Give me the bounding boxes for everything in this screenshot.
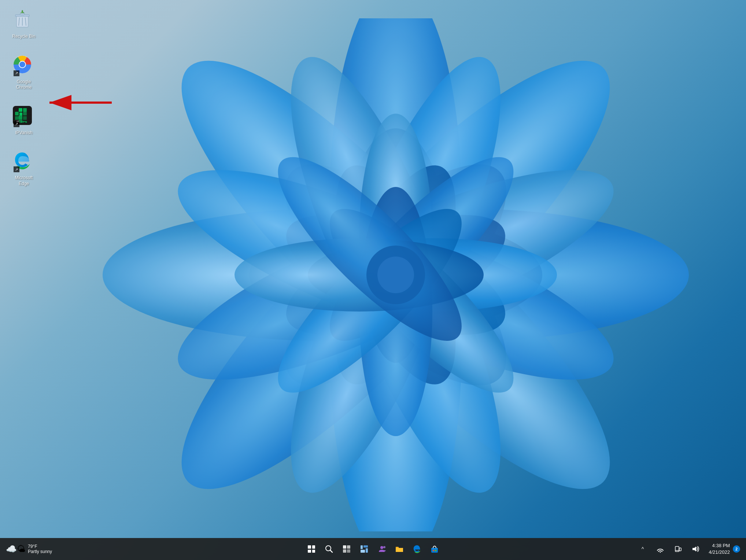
shortcut-arrow-ipvanish — [14, 121, 19, 127]
svg-point-5 — [142, 125, 546, 529]
chevron-up-icon: ^ — [642, 546, 644, 552]
network-icon — [657, 545, 664, 553]
svg-rect-60 — [347, 545, 350, 549]
file-explorer-button[interactable] — [392, 542, 407, 556]
file-explorer-icon — [395, 545, 404, 553]
svg-rect-63 — [361, 545, 363, 549]
svg-point-16 — [359, 114, 432, 363]
taskbar-weather[interactable]: ☁️🌤 79°F Partly sunny — [6, 544, 86, 554]
svg-rect-75 — [679, 548, 681, 551]
svg-point-8 — [303, 38, 533, 403]
search-button[interactable] — [322, 542, 336, 556]
google-chrome-icon[interactable]: Google Chrome — [7, 53, 40, 93]
svg-point-12 — [259, 147, 488, 511]
svg-point-14 — [159, 138, 524, 367]
svg-point-20 — [359, 187, 432, 436]
edge-taskbar-button[interactable] — [410, 542, 424, 556]
devices-icon — [674, 545, 682, 553]
svg-point-23 — [256, 135, 484, 363]
recycle-bin-label: Recycle Bin — [12, 34, 35, 40]
search-icon — [325, 545, 333, 553]
svg-rect-45 — [23, 108, 27, 112]
temperature: 79°F — [28, 544, 52, 549]
svg-rect-65 — [361, 550, 365, 553]
svg-rect-44 — [19, 108, 22, 112]
store-button[interactable] — [427, 542, 442, 556]
volume-button[interactable] — [688, 542, 703, 556]
svg-marker-77 — [693, 546, 696, 552]
svg-rect-48 — [23, 112, 27, 115]
svg-rect-46 — [15, 112, 19, 115]
edge-label: Microsoft Edge — [10, 175, 38, 187]
desktop-background: Recycle Bin — [0, 0, 746, 560]
svg-rect-49 — [15, 116, 19, 120]
taskbar-center-icons — [304, 542, 442, 556]
svg-rect-31 — [20, 13, 25, 15]
svg-point-25 — [377, 257, 414, 293]
svg-point-2 — [249, 209, 689, 341]
recycle-bin-icon[interactable]: Recycle Bin — [7, 7, 40, 42]
annotation-arrow — [42, 88, 115, 119]
weather-condition: Partly sunny — [28, 549, 52, 554]
chrome-image — [13, 55, 35, 77]
show-hidden-icons-button[interactable]: ^ — [635, 542, 650, 556]
svg-point-7 — [142, 21, 546, 425]
clock-time: 4:38 PM — [709, 542, 730, 549]
svg-point-9 — [268, 138, 632, 367]
svg-point-24 — [366, 246, 425, 304]
desktop-icons-container: Recycle Bin — [7, 7, 40, 189]
svg-rect-61 — [343, 549, 346, 553]
svg-point-18 — [308, 238, 557, 312]
network-button[interactable] — [653, 542, 668, 556]
svg-rect-62 — [347, 549, 350, 553]
store-icon — [430, 545, 439, 553]
desktop-wallpaper-art — [66, 18, 725, 531]
edge-taskbar-icon — [413, 545, 421, 553]
svg-text:VPN: VPN — [21, 120, 27, 124]
widgets-button[interactable] — [357, 542, 372, 556]
svg-point-0 — [330, 18, 462, 421]
ipvanish-icon[interactable]: IP VPN IPVanish — [7, 104, 40, 138]
svg-point-4 — [330, 128, 462, 531]
svg-rect-64 — [363, 545, 368, 548]
svg-rect-51 — [23, 116, 27, 120]
svg-point-11 — [303, 147, 533, 511]
devices-button[interactable] — [671, 542, 685, 556]
svg-line-58 — [330, 550, 332, 552]
widgets-icon — [360, 545, 368, 553]
notification-badge[interactable]: 2 — [733, 545, 740, 553]
svg-point-10 — [268, 183, 632, 412]
svg-rect-59 — [343, 545, 346, 549]
svg-point-17 — [308, 135, 536, 363]
svg-point-22 — [234, 238, 484, 312]
volume-icon — [691, 545, 699, 553]
svg-rect-47 — [19, 113, 22, 115]
svg-point-3 — [245, 125, 650, 529]
teams-icon — [377, 545, 386, 553]
teams-chat-button[interactable] — [374, 542, 389, 556]
weather-icon: ☁️🌤 — [6, 544, 26, 554]
ipvanish-image: IP VPN — [13, 106, 35, 128]
svg-point-15 — [259, 38, 488, 403]
svg-rect-66 — [366, 548, 368, 553]
svg-rect-74 — [675, 546, 679, 552]
svg-rect-50 — [19, 115, 22, 119]
microsoft-edge-icon[interactable]: Microsoft Edge — [7, 149, 40, 189]
system-clock[interactable]: 4:38 PM 4/21/2022 — [709, 542, 730, 556]
svg-point-34 — [19, 62, 25, 67]
svg-point-6 — [103, 209, 542, 341]
task-view-button[interactable] — [339, 542, 354, 556]
svg-point-73 — [660, 552, 661, 553]
svg-rect-72 — [435, 550, 436, 551]
weather-info: 79°F Partly sunny — [28, 544, 52, 554]
svg-point-1 — [245, 21, 650, 425]
clock-date: 4/21/2022 — [709, 549, 730, 556]
recycle-bin-image — [13, 10, 35, 32]
svg-point-13 — [159, 183, 524, 412]
start-button[interactable] — [304, 542, 319, 556]
svg-point-19 — [308, 187, 536, 415]
windows-logo — [308, 545, 315, 553]
svg-point-67 — [380, 546, 383, 549]
taskbar-system-tray: ^ — [635, 542, 740, 556]
svg-point-68 — [383, 546, 385, 548]
